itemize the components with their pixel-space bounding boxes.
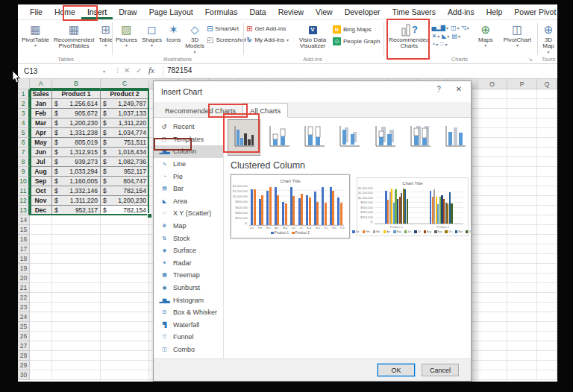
grid-cell[interactable]: $1,033,294	[52, 167, 101, 177]
menu-tab-time-savers[interactable]: Time Savers	[386, 4, 442, 19]
grid-cell[interactable]	[507, 370, 537, 380]
grid-cell[interactable]	[52, 303, 101, 312]
grid-cell[interactable]	[478, 274, 507, 283]
grid-cell[interactable]	[52, 312, 101, 322]
grid-cell[interactable]	[507, 215, 537, 225]
row-header-16[interactable]: 16	[18, 235, 30, 244]
grid-cell[interactable]	[30, 322, 52, 332]
row-header-11[interactable]: 11	[18, 186, 30, 196]
grid-cell[interactable]: Nov	[30, 196, 52, 206]
chart-type-treemap[interactable]: ▦Treemap	[154, 269, 223, 282]
grid-cell[interactable]: Apr	[30, 128, 52, 138]
grid-cell[interactable]	[507, 264, 537, 274]
grid-cell[interactable]: $1,082,736	[101, 157, 149, 167]
menu-tab-help[interactable]: Help	[480, 4, 509, 19]
grid-cell[interactable]	[30, 215, 52, 225]
grid-cell[interactable]	[507, 186, 537, 196]
grid-cell[interactable]	[30, 312, 52, 322]
grid-cell[interactable]: Dec	[30, 206, 52, 215]
grid-cell[interactable]: Jun	[30, 148, 52, 157]
grid-cell[interactable]	[101, 312, 149, 322]
grid-cell[interactable]	[537, 89, 557, 99]
grid-cell[interactable]	[101, 274, 149, 283]
grid-cell[interactable]	[478, 361, 507, 370]
menu-tab-developer[interactable]: Developer	[339, 4, 386, 19]
chart-type-funnel[interactable]: ▽Funnel	[154, 331, 223, 344]
menu-tab-view[interactable]: View	[310, 4, 339, 19]
grid-cell[interactable]	[478, 225, 507, 235]
grid-cell[interactable]	[478, 186, 507, 196]
chart-type-radar[interactable]: ✶Radar	[154, 257, 223, 270]
grid-cell[interactable]	[507, 89, 537, 99]
menu-tab-power-pivot[interactable]: Power Pivot	[508, 4, 557, 19]
grid-cell[interactable]	[537, 128, 557, 138]
grid-cell[interactable]	[101, 341, 149, 351]
menu-tab-file[interactable]: File	[24, 4, 48, 19]
grid-cell[interactable]: $782,154	[101, 206, 149, 215]
cancel-entry-icon[interactable]: ✕	[124, 66, 130, 75]
grid-cell[interactable]	[537, 322, 557, 332]
grid-cell[interactable]: $1,249,787	[101, 99, 149, 109]
smartart-button[interactable]: ⊟ SmartArt	[207, 25, 251, 33]
grid-cell[interactable]	[507, 235, 537, 244]
chart-type-column[interactable]: ▂▅▃Column	[154, 145, 223, 158]
grid-cell[interactable]: Product 1	[52, 89, 101, 99]
chart-type-templates[interactable]: □Templates	[154, 133, 223, 146]
grid-cell[interactable]	[478, 177, 507, 186]
grid-cell[interactable]	[507, 148, 537, 157]
pictures-button[interactable]: ▨ Pictures ▾	[113, 22, 140, 49]
grid-cell[interactable]	[537, 254, 557, 264]
grid-cell[interactable]	[52, 254, 101, 264]
chart-preview-selected[interactable]: Chart Title$1,400,000$1,200,000$1,000,00…	[231, 174, 350, 238]
column-header-Q[interactable]: Q	[537, 79, 557, 89]
grid-cell[interactable]	[101, 370, 149, 380]
grid-cell[interactable]: Feb	[30, 109, 52, 118]
grid-cell[interactable]	[30, 361, 52, 370]
grid-cell[interactable]	[101, 254, 149, 264]
row-header-22[interactable]: 22	[18, 293, 30, 303]
grid-cell[interactable]	[52, 283, 101, 293]
chart-type-sunburst[interactable]: ◉Sunburst	[154, 282, 223, 294]
grid-cell[interactable]	[478, 118, 507, 128]
grid-cell[interactable]	[478, 254, 507, 264]
tab-recommended-charts[interactable]: Recommended Charts	[158, 104, 242, 117]
grid-cell[interactable]	[101, 293, 149, 303]
grid-cell[interactable]	[507, 109, 537, 118]
pivottable-button[interactable]: ▦ PivotTable ▾	[19, 22, 51, 49]
cancel-button[interactable]: Cancel	[422, 364, 459, 376]
grid-cell[interactable]	[478, 303, 507, 312]
grid-cell[interactable]	[507, 283, 537, 293]
recommended-charts-button[interactable]: ? Recommended Charts	[386, 22, 431, 51]
pivotchart-button[interactable]: ◫ PivotChart ▾	[499, 22, 536, 49]
treemap-mini-button[interactable]: ◫▾	[451, 25, 460, 31]
chart-type-scatter[interactable]: ∷X Y (Scatter)	[154, 207, 223, 220]
grid-cell[interactable]	[52, 361, 101, 370]
grid-cell[interactable]	[537, 341, 557, 351]
row-header-29[interactable]: 29	[18, 361, 30, 370]
grid-cell[interactable]	[537, 109, 557, 118]
chart-preview-alt[interactable]: Chart Title$1,400,000$1,200,000$1,000,00…	[357, 177, 469, 236]
grid-cell[interactable]	[101, 332, 149, 341]
grid-cell[interactable]: $1,311,220	[52, 196, 101, 206]
dialog-close-icon[interactable]: ✕	[451, 85, 467, 98]
grid-cell[interactable]	[478, 157, 507, 167]
grid-cell[interactable]	[30, 351, 52, 361]
get-addins-button[interactable]: ⊞ Get Add-ins	[246, 25, 292, 33]
select-all-corner[interactable]	[18, 79, 30, 89]
grid-cell[interactable]: Mar	[30, 118, 52, 128]
grid-cell[interactable]	[478, 293, 507, 303]
grid-cell[interactable]	[507, 312, 537, 322]
grid-cell[interactable]	[507, 118, 537, 128]
row-header-28[interactable]: 28	[18, 351, 30, 361]
row-header-3[interactable]: 3	[18, 109, 30, 118]
grid-cell[interactable]	[537, 215, 557, 225]
row-header-17[interactable]: 17	[18, 244, 30, 254]
chart-type-box-whisker[interactable]: ⊟Box & Whisker	[154, 306, 223, 319]
scatter-mini-button[interactable]: ✕▾	[431, 33, 439, 39]
row-header-26[interactable]: 26	[18, 332, 30, 341]
grid-cell[interactable]	[30, 274, 52, 283]
grid-cell[interactable]	[537, 167, 557, 177]
subtype-3-d-100-stacked-column[interactable]	[404, 120, 436, 155]
grid-cell[interactable]	[478, 235, 507, 244]
grid-cell[interactable]	[478, 215, 507, 225]
